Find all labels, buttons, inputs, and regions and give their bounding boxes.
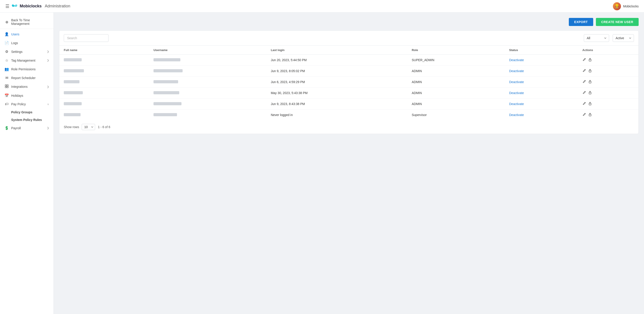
cell-lastlogin: Jun 6, 2023, 4:59:29 PM bbox=[266, 77, 407, 88]
sidebar-item-label: Holidays bbox=[11, 94, 49, 97]
menu-icon[interactable]: ☰ bbox=[5, 4, 10, 9]
sidebar-item-holidays[interactable]: 📅 Holidays bbox=[0, 91, 54, 100]
sidebar-item-system-policy-rules[interactable]: System Policy Rules bbox=[0, 116, 54, 124]
lock-icon[interactable] bbox=[588, 80, 592, 84]
cell-fullname: █████████ bbox=[59, 88, 149, 99]
sidebar-item-integrations[interactable]: Integrations ❯ bbox=[0, 82, 54, 91]
lock-icon[interactable] bbox=[588, 113, 592, 117]
cell-actions bbox=[578, 110, 638, 121]
deactivate-link[interactable]: Deactivate bbox=[509, 80, 524, 84]
holidays-icon: 📅 bbox=[4, 93, 9, 98]
action-icons-group bbox=[582, 69, 634, 73]
chevron-down-icon: ∨ bbox=[47, 103, 49, 106]
pagination-info: 1 - 6 of 6 bbox=[98, 125, 110, 129]
deactivate-link[interactable]: Deactivate bbox=[509, 91, 524, 95]
cell-status: Deactivate bbox=[504, 110, 578, 121]
avatar-emoji: 👷 bbox=[615, 4, 619, 8]
cell-role: ADMIN bbox=[407, 88, 504, 99]
status-filter-select[interactable]: Active Inactive bbox=[613, 34, 634, 42]
cell-role: ADMIN bbox=[407, 77, 504, 88]
cell-status: Deactivate bbox=[504, 55, 578, 66]
settings-icon: ⚙ bbox=[4, 50, 9, 54]
payroll-icon: 💲 bbox=[4, 126, 9, 130]
svg-point-13 bbox=[590, 104, 590, 104]
cell-actions bbox=[578, 66, 638, 77]
col-role: Role bbox=[407, 46, 504, 55]
edit-icon[interactable] bbox=[582, 69, 586, 73]
users-icon: 👤 bbox=[4, 32, 9, 36]
role-filter-select[interactable]: All Admin Supervisor bbox=[584, 34, 609, 42]
sidebar-item-label: Settings bbox=[11, 50, 45, 54]
cell-username: █████████████ bbox=[149, 77, 266, 88]
topnav-left: ☰ Mobiclocks Administration bbox=[5, 3, 70, 10]
sidebar-item-report-scheduler[interactable]: ✉ Report Scheduler bbox=[0, 74, 54, 82]
report-icon: ✉ bbox=[4, 76, 9, 80]
sidebar-item-label: Payroll bbox=[11, 126, 45, 130]
cell-actions bbox=[578, 77, 638, 88]
sidebar-item-policy-groups[interactable]: Policy Groups bbox=[0, 108, 54, 116]
lock-icon[interactable] bbox=[588, 58, 592, 62]
cell-lastlogin: Jun 9, 2023, 8:05:02 PM bbox=[266, 66, 407, 77]
cell-role: Supervisor bbox=[407, 110, 504, 121]
search-input[interactable] bbox=[64, 34, 108, 42]
svg-point-9 bbox=[590, 82, 590, 82]
deactivate-link[interactable]: Deactivate bbox=[509, 102, 524, 106]
sidebar-item-settings[interactable]: ⚙ Settings ❯ bbox=[0, 47, 54, 56]
sidebar-item-label: Users bbox=[11, 33, 49, 36]
edit-icon[interactable] bbox=[582, 58, 586, 62]
sidebar-item-back[interactable]: ⊕ Back To Time Management bbox=[0, 16, 54, 28]
edit-icon[interactable] bbox=[582, 91, 586, 95]
sidebar-item-label: Role Permissions bbox=[11, 67, 49, 71]
lock-icon[interactable] bbox=[588, 102, 592, 106]
topnav-right: 👷 Mobiclocks bbox=[613, 2, 639, 10]
topnav-subtitle: Administration bbox=[45, 4, 70, 9]
table-row: ██████████████████████Jun 20, 2023, 5:44… bbox=[59, 55, 638, 66]
chevron-right-icon: ❯ bbox=[47, 59, 49, 62]
col-actions: Actions bbox=[578, 46, 638, 55]
toolbar: EXPORT CREATE NEW USER bbox=[59, 18, 639, 26]
action-icons-group bbox=[582, 91, 634, 95]
rows-per-page-select[interactable]: 10 25 50 100 bbox=[82, 124, 95, 130]
sidebar-item-tag-management[interactable]: ☆ Tag Management ❯ bbox=[0, 56, 54, 65]
chevron-right-icon: ❯ bbox=[47, 127, 49, 129]
table-body: ██████████████████████Jun 20, 2023, 5:44… bbox=[59, 55, 638, 121]
cell-actions bbox=[578, 88, 638, 99]
export-button[interactable]: EXPORT bbox=[569, 18, 593, 26]
cell-actions bbox=[578, 99, 638, 110]
edit-icon[interactable] bbox=[582, 102, 586, 106]
cell-username: █████████████ bbox=[149, 88, 266, 99]
action-icons-group bbox=[582, 102, 634, 106]
sidebar-item-label: Policy Groups bbox=[11, 110, 32, 114]
back-icon: ⊕ bbox=[4, 20, 9, 24]
cell-lastlogin: Jun 20, 2023, 5:44:50 PM bbox=[266, 55, 407, 66]
chevron-right-icon: ❯ bbox=[47, 50, 49, 53]
topnav-username: Mobiclocks bbox=[623, 5, 639, 8]
avatar[interactable]: 👷 bbox=[613, 2, 621, 10]
main-layout: ⊕ Back To Time Management 👤 Users 📄 Logs… bbox=[0, 13, 644, 314]
cell-fullname: █████████ bbox=[59, 110, 149, 121]
deactivate-link[interactable]: Deactivate bbox=[509, 58, 524, 62]
edit-icon[interactable] bbox=[582, 113, 586, 117]
cell-status: Deactivate bbox=[504, 77, 578, 88]
top-navigation: ☰ Mobiclocks Administration 👷 Mobiclocks bbox=[0, 0, 644, 13]
sidebar-item-pay-policy[interactable]: 🏷 Pay Policy ∨ bbox=[0, 100, 54, 108]
table-row: ██████████████████████Jun 6, 2023, 4:59:… bbox=[59, 77, 638, 88]
cell-role: ADMIN bbox=[407, 99, 504, 110]
table-row: ██████████████████████Jun 9, 2023, 8:43:… bbox=[59, 99, 638, 110]
role-icon: 👥 bbox=[4, 67, 9, 71]
svg-point-15 bbox=[590, 115, 590, 115]
sidebar-item-payroll[interactable]: 💲 Payroll ❯ bbox=[0, 124, 54, 132]
cell-actions bbox=[578, 55, 638, 66]
deactivate-link[interactable]: Deactivate bbox=[509, 69, 524, 73]
sidebar-item-logs[interactable]: 📄 Logs bbox=[0, 39, 54, 47]
deactivate-link[interactable]: Deactivate bbox=[509, 113, 524, 117]
sidebar-item-label: Back To Time Management bbox=[11, 18, 49, 26]
cell-status: Deactivate bbox=[504, 66, 578, 77]
create-new-user-button[interactable]: CREATE NEW USER bbox=[596, 18, 639, 26]
lock-icon[interactable] bbox=[588, 69, 592, 73]
sidebar-item-label: Logs bbox=[11, 41, 49, 45]
lock-icon[interactable] bbox=[588, 91, 592, 95]
edit-icon[interactable] bbox=[582, 80, 586, 84]
sidebar-item-users[interactable]: 👤 Users bbox=[0, 30, 54, 39]
sidebar-item-role-permissions[interactable]: 👥 Role Permissions bbox=[0, 65, 54, 74]
